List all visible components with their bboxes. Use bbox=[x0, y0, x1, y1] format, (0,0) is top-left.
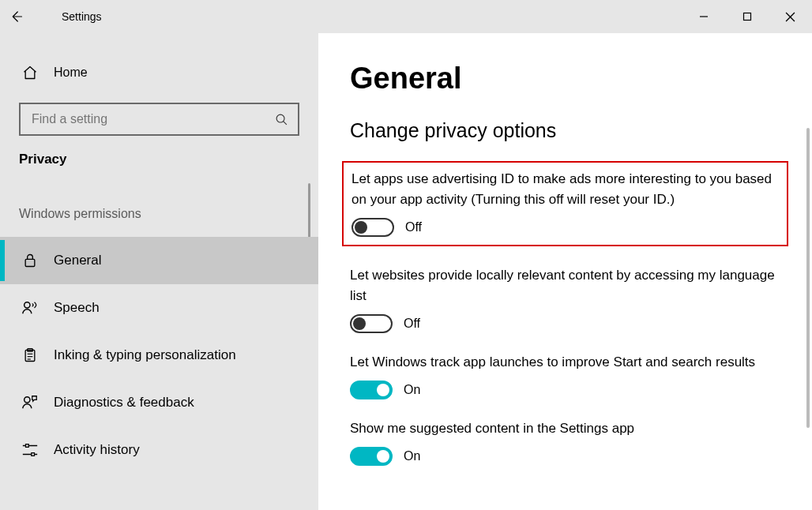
toggle-row: On bbox=[350, 447, 780, 466]
toggle-row: On bbox=[350, 381, 780, 399]
svg-rect-16 bbox=[26, 444, 29, 448]
setting-text: Show me suggested content in the Setting… bbox=[350, 418, 776, 439]
nav-list: General Speech bbox=[0, 237, 318, 474]
toggle-row: Off bbox=[350, 314, 780, 333]
toggle-state-label: Off bbox=[405, 220, 422, 234]
search-input[interactable] bbox=[19, 103, 299, 136]
sidebar-item-label: Home bbox=[54, 66, 88, 80]
maximize-icon bbox=[742, 12, 752, 21]
setting-app-launches: Let Windows track app launches to improv… bbox=[350, 352, 780, 399]
search-field[interactable] bbox=[30, 111, 275, 127]
sidebar-item-label: Activity history bbox=[54, 442, 140, 458]
titlebar: Settings bbox=[0, 0, 812, 33]
setting-text: Let websites provide locally relevant co… bbox=[350, 265, 776, 306]
svg-point-7 bbox=[24, 302, 30, 308]
sidebar-item-label: Diagnostics & feedback bbox=[54, 395, 194, 411]
setting-advertising-id: Let apps use advertising ID to make ads … bbox=[342, 161, 788, 246]
sidebar-item-general[interactable]: General bbox=[0, 237, 318, 284]
svg-point-13 bbox=[24, 397, 30, 403]
toggle-switch[interactable] bbox=[350, 381, 393, 399]
sidebar-item-label: Speech bbox=[54, 300, 100, 316]
svg-rect-6 bbox=[25, 259, 35, 266]
scrollbar[interactable] bbox=[804, 33, 810, 510]
toggle-state-label: Off bbox=[404, 317, 420, 331]
sidebar-item-speech[interactable]: Speech bbox=[0, 284, 318, 332]
svg-rect-1 bbox=[743, 13, 750, 21]
setting-text: Let Windows track app launches to improv… bbox=[350, 352, 776, 373]
sidebar: Home Privacy Windows permissions bbox=[0, 33, 318, 510]
page-title: General bbox=[350, 62, 780, 96]
toggle-switch[interactable] bbox=[350, 314, 393, 333]
search-wrap bbox=[19, 103, 299, 136]
toggle-switch[interactable] bbox=[351, 218, 394, 237]
section-label: Windows permissions bbox=[0, 207, 318, 221]
toggle-switch[interactable] bbox=[350, 447, 393, 466]
sidebar-item-inking[interactable]: Inking & typing personalization bbox=[0, 332, 318, 379]
scrollbar-thumb[interactable] bbox=[806, 128, 810, 428]
svg-line-5 bbox=[284, 121, 287, 124]
sidebar-item-diagnostics[interactable]: Diagnostics & feedback bbox=[0, 379, 318, 426]
back-button[interactable] bbox=[0, 9, 32, 24]
maximize-button[interactable] bbox=[725, 0, 769, 33]
close-icon bbox=[785, 12, 795, 22]
minimize-button[interactable] bbox=[682, 0, 725, 33]
body: Home Privacy Windows permissions bbox=[0, 33, 812, 510]
clipboard-icon bbox=[19, 347, 41, 363]
svg-rect-17 bbox=[32, 453, 35, 456]
toggle-state-label: On bbox=[404, 383, 420, 397]
section-title: Change privacy options bbox=[350, 119, 780, 142]
sidebar-item-label: Inking & typing personalization bbox=[54, 347, 236, 363]
window-controls bbox=[682, 0, 812, 33]
sidebar-item-activity[interactable]: Activity history bbox=[0, 426, 318, 474]
setting-text: Let apps use advertising ID to make ads … bbox=[351, 169, 778, 210]
minimize-icon bbox=[699, 12, 709, 21]
category-label: Privacy bbox=[0, 152, 318, 167]
speech-icon bbox=[19, 299, 41, 317]
back-icon bbox=[9, 9, 23, 24]
toggle-row: Off bbox=[351, 218, 779, 237]
search-icon bbox=[275, 113, 288, 126]
sidebar-item-home[interactable]: Home bbox=[0, 49, 318, 96]
settings-window: Settings bbox=[0, 0, 812, 510]
setting-suggested-content: Show me suggested content in the Setting… bbox=[350, 418, 780, 466]
timeline-icon bbox=[19, 441, 41, 459]
sidebar-item-label: General bbox=[54, 253, 101, 268]
content-pane: General Change privacy options Let apps … bbox=[318, 33, 812, 510]
close-button[interactable] bbox=[769, 0, 812, 33]
window-title: Settings bbox=[62, 10, 102, 23]
home-icon bbox=[19, 65, 41, 81]
setting-language-list: Let websites provide locally relevant co… bbox=[350, 265, 780, 333]
lock-icon bbox=[19, 253, 41, 268]
toggle-state-label: On bbox=[404, 449, 420, 463]
feedback-icon bbox=[19, 394, 41, 411]
svg-point-4 bbox=[276, 114, 284, 122]
